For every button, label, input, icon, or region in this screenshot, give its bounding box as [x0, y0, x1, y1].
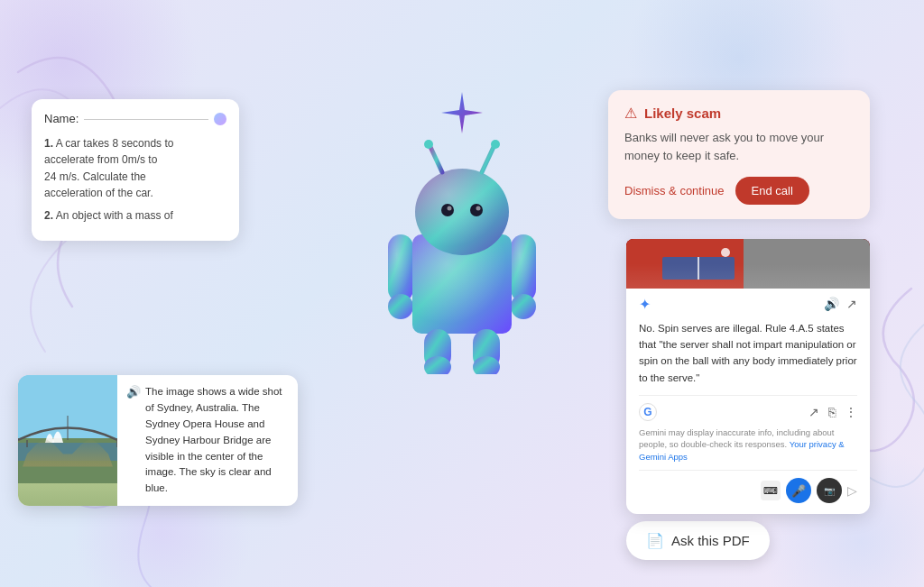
worksheet-card: Name: 1. A car takes 8 seconds to accele…: [32, 99, 239, 241]
mic-button[interactable]: 🎤: [786, 478, 811, 503]
name-row: Name:: [44, 110, 226, 128]
spin-input-bar: ⌨ 🎤 📷 ▷: [639, 470, 857, 503]
android-svg: [372, 131, 552, 374]
worksheet-questions: 1. A car takes 8 seconds to accelerate f…: [44, 135, 226, 225]
end-call-button[interactable]: End call: [735, 177, 809, 205]
color-indicator: [214, 113, 226, 125]
pdf-icon: 📄: [646, 532, 664, 549]
keyboard-icon[interactable]: ⌨: [761, 481, 781, 500]
spin-card-image: [626, 239, 870, 289]
input-icons: ⌨ 🎤 📷 ▷: [761, 478, 857, 503]
dismiss-button[interactable]: Dismiss & continue: [624, 184, 725, 197]
svg-point-33: [476, 206, 481, 211]
svg-point-11: [721, 248, 730, 257]
scam-actions: Dismiss & continue End call: [624, 177, 854, 205]
name-underline: [84, 119, 208, 120]
copy-icon[interactable]: ⎘: [828, 405, 836, 419]
svg-rect-14: [388, 234, 413, 302]
svg-rect-8: [744, 239, 870, 289]
svg-line-26: [430, 147, 442, 172]
spin-rule-card: ✦ 🔊 ↗ No. Spin serves are illegal. Rule …: [626, 239, 870, 514]
send-icon[interactable]: ▷: [847, 483, 857, 498]
android-figure: [354, 108, 570, 397]
sydney-card: 🔊 The image shows a wide shot of Sydney,…: [18, 375, 298, 506]
svg-line-28: [482, 147, 494, 172]
svg-rect-7: [626, 239, 744, 289]
sydney-description: The image shows a wide shot of Sydney, A…: [145, 384, 289, 497]
scam-body: Banks will never ask you to move your mo…: [624, 129, 854, 164]
share-icon[interactable]: ↗: [808, 405, 819, 419]
svg-point-31: [448, 206, 452, 211]
warning-icon: ⚠: [624, 105, 637, 122]
scam-warning-card: ⚠ Likely scam Banks will never ask you t…: [608, 90, 870, 219]
more-icon[interactable]: ⋮: [845, 405, 857, 419]
ask-pdf-label: Ask this PDF: [671, 533, 750, 548]
ask-pdf-button[interactable]: 📄 Ask this PDF: [626, 521, 770, 560]
svg-rect-9: [662, 257, 735, 280]
sydney-image: [18, 375, 117, 506]
audio-icon[interactable]: 🔊: [824, 297, 839, 311]
question-1: 1. A car takes 8 seconds to accelerate f…: [44, 135, 226, 202]
bottom-right-area: ✦ 🔊 ↗ No. Spin serves are illegal. Rule …: [626, 239, 870, 560]
svg-point-29: [491, 140, 500, 149]
svg-rect-2: [18, 443, 117, 461]
spin-rule-text: No. Spin serves are illegal. Rule 4.A.5 …: [639, 320, 857, 387]
spin-action-icons: 🔊 ↗: [824, 297, 857, 311]
external-link-icon[interactable]: ↗: [846, 297, 857, 311]
scam-header: ⚠ Likely scam: [624, 105, 854, 122]
svg-point-27: [424, 140, 433, 149]
sydney-text-area: 🔊 The image shows a wide shot of Sydney,…: [117, 375, 298, 506]
scam-title: Likely scam: [644, 105, 721, 121]
speaker-row: 🔊 The image shows a wide shot of Sydney,…: [126, 384, 289, 497]
camera-button[interactable]: 📷: [817, 478, 842, 503]
svg-point-25: [415, 169, 509, 255]
svg-rect-6: [626, 239, 870, 289]
speaker-icon: 🔊: [126, 385, 141, 399]
svg-point-32: [470, 204, 483, 216]
name-label: Name:: [44, 110, 79, 128]
question-2: 2. An object with a mass of: [44, 207, 226, 225]
google-bar: G ↗ ⎘ ⋮: [639, 395, 857, 421]
google-logo: G: [639, 403, 657, 421]
spin-header: ✦ 🔊 ↗: [639, 296, 857, 313]
svg-point-30: [441, 204, 454, 216]
gemini-sparkle-container: [439, 90, 485, 143]
gemini-icon: ✦: [639, 296, 651, 313]
spin-footer: Gemini may display inaccurate info, incl…: [639, 426, 857, 463]
spin-bar-icons: ↗ ⎘ ⋮: [808, 405, 857, 419]
svg-rect-17: [511, 234, 536, 302]
